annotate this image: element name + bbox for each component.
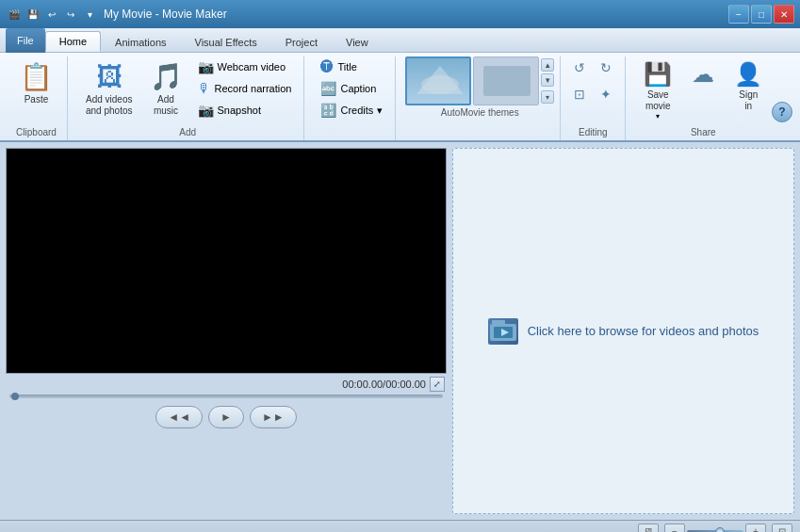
save-movie-button[interactable]: 💾 Savemovie ▾ [637, 56, 678, 125]
themes-content: ▲ ▼ ▾ [405, 56, 554, 105]
snapshot-icon: 📷 [198, 103, 214, 118]
scrubber-thumb[interactable] [11, 393, 19, 400]
close-button[interactable]: ✕ [774, 5, 794, 24]
video-time-bar: 00:00.00/00:00.00 ⤢ [6, 374, 447, 395]
title-label: Title [337, 61, 356, 73]
text-small-stack: 🅣 Title 🔤 Caption 🔡 Credits ▾ [316, 56, 387, 121]
paste-label: Paste [24, 94, 49, 105]
maximize-button[interactable]: □ [751, 5, 772, 24]
add-videos-button[interactable]: 🖼 Add videosand photos [79, 56, 139, 121]
effects-btn[interactable]: ✦ [595, 83, 617, 105]
window-title: My Movie - Movie Maker [104, 8, 227, 21]
fit-btn[interactable]: ⊡ [772, 524, 792, 533]
zoom-thumb [715, 527, 725, 533]
theme-scroll-up[interactable]: ▲ [541, 58, 554, 72]
cloud-share-button[interactable]: ☁ [682, 56, 724, 94]
window-icon: 🎬 [6, 6, 23, 23]
clipboard-group-label: Clipboard [16, 125, 57, 140]
ribbon-group-text: 🅣 Title 🔤 Caption 🔡 Credits ▾ Text [308, 56, 396, 140]
scrubber-container [9, 395, 443, 398]
svg-rect-6 [492, 320, 505, 326]
browse-icon [488, 318, 518, 345]
tab-visual-effects[interactable]: Visual Effects [181, 32, 271, 52]
editing-row1: ↺ ↻ [568, 56, 617, 79]
tab-file[interactable]: File [6, 28, 45, 53]
redo-btn[interactable]: ↪ [62, 6, 79, 23]
video-screen [6, 148, 447, 374]
save-movie-icon: 💾 [644, 61, 672, 88]
paste-button[interactable]: 📋 Paste [13, 56, 59, 110]
snapshot-button[interactable]: 📷 Snapshot [193, 100, 297, 121]
caption-label: Caption [340, 83, 376, 94]
status-bar: 🖥 − + ⊡ [0, 520, 800, 532]
scrubber-track[interactable] [9, 395, 443, 398]
quick-access-dropdown[interactable]: ▾ [81, 6, 98, 23]
minimize-button[interactable]: − [728, 5, 749, 24]
save-movie-dropdown[interactable]: ▾ [656, 112, 660, 121]
title-bar-left: 🎬 💾 ↩ ↪ ▾ My Movie - Movie Maker [6, 6, 227, 23]
zoom-in-btn[interactable]: + [745, 524, 766, 533]
monitor-btn[interactable]: 🖥 [638, 524, 659, 533]
crop-btn[interactable]: ⊡ [568, 83, 591, 105]
add-small-stack: 📷 Webcam video 🎙 Record narration 📷 Snap… [193, 56, 297, 121]
theme-scroll-down[interactable]: ▼ [541, 73, 554, 87]
add-content: 🖼 Add videosand photos 🎵 Addmusic 📷 Webc… [79, 56, 296, 125]
main-content: 00:00.00/00:00.00 ⤢ ◄◄ ► ►► Cli [0, 142, 800, 520]
undo-btn[interactable]: ↩ [43, 6, 60, 23]
storyboard-panel[interactable]: Click here to browse for videos and phot… [452, 148, 794, 514]
webcam-video-button[interactable]: 📷 Webcam video [193, 56, 297, 77]
ribbon-group-share: 💾 Savemovie ▾ ☁ 👤 Signin Share [629, 56, 776, 140]
window-controls: − □ ✕ [728, 5, 794, 24]
themes-group-label: AutoMovie themes [441, 105, 519, 121]
add-music-icon: 🎵 [150, 61, 183, 92]
caption-button[interactable]: 🔤 Caption [316, 78, 387, 99]
expand-video-btn[interactable]: ⤢ [430, 377, 445, 392]
video-controls: ◄◄ ► ►► [6, 402, 447, 432]
save-quick-btn[interactable]: 💾 [24, 6, 41, 23]
share-group-label: Share [691, 125, 716, 140]
browse-text: Click here to browse for videos and phot… [528, 324, 759, 338]
save-movie-label: Savemovie [645, 89, 671, 112]
tab-animations[interactable]: Animations [101, 32, 180, 52]
tab-project[interactable]: Project [271, 32, 332, 52]
narration-label: Record narration [215, 83, 292, 94]
title-bar: 🎬 💾 ↩ ↪ ▾ My Movie - Movie Maker − □ ✕ [0, 0, 800, 28]
add-music-label: Addmusic [154, 94, 178, 117]
help-button[interactable]: ? [772, 102, 792, 122]
sign-in-label: Signin [739, 89, 758, 112]
record-narration-button[interactable]: 🎙 Record narration [193, 78, 297, 99]
tab-view[interactable]: View [332, 32, 383, 52]
ribbon: 📋 Paste Clipboard 🖼 Add videosand photos… [0, 53, 800, 142]
credits-label: Credits [340, 105, 373, 116]
tab-bar: File Home Animations Visual Effects Proj… [0, 28, 800, 53]
tab-home[interactable]: Home [45, 31, 101, 52]
theme-scroll-expand[interactable]: ▾ [541, 90, 554, 104]
add-videos-label: Add videosand photos [86, 94, 133, 117]
sign-in-button[interactable]: 👤 Signin [727, 56, 769, 117]
ribbon-group-themes: ▲ ▼ ▾ AutoMovie themes [400, 56, 561, 140]
credits-icon: 🔡 [320, 103, 336, 118]
rotate-left-btn[interactable]: ↺ [568, 56, 591, 79]
credits-button[interactable]: 🔡 Credits ▾ [316, 100, 387, 121]
rotate-right-btn[interactable]: ↻ [595, 56, 617, 79]
theme-thumb-2[interactable] [473, 56, 539, 105]
theme-thumb-1[interactable] [405, 56, 471, 105]
browse-hint: Click here to browse for videos and phot… [488, 318, 759, 345]
editing-row2: ⊡ ✦ [568, 83, 617, 105]
next-frame-button[interactable]: ►► [250, 406, 297, 428]
webcam-icon: 📷 [198, 59, 214, 74]
play-button[interactable]: ► [208, 406, 244, 428]
cloud-icon: ☁ [692, 61, 714, 88]
zoom-controls: − + [664, 524, 766, 533]
add-music-button[interactable]: 🎵 Addmusic [143, 56, 189, 121]
paste-icon: 📋 [20, 61, 53, 92]
credits-dropdown[interactable]: ▾ [377, 105, 383, 117]
title-icon: 🅣 [320, 59, 334, 74]
prev-frame-button[interactable]: ◄◄ [155, 406, 203, 428]
svg-rect-4 [483, 66, 531, 96]
zoom-out-btn[interactable]: − [664, 524, 685, 533]
narration-icon: 🎙 [198, 81, 211, 96]
sign-in-icon: 👤 [734, 61, 762, 88]
video-panel: 00:00.00/00:00.00 ⤢ ◄◄ ► ►► [6, 148, 447, 514]
title-button[interactable]: 🅣 Title [316, 56, 387, 77]
